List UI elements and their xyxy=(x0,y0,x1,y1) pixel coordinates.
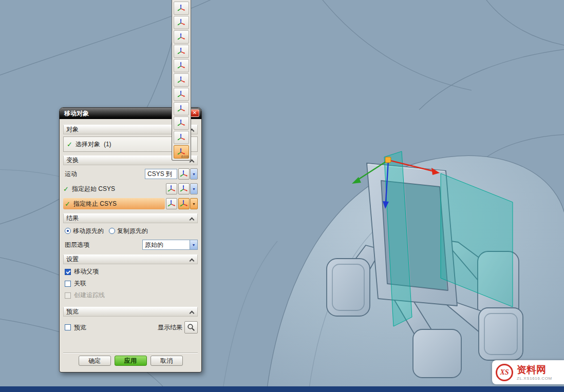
collapse-chevron-icon[interactable] xyxy=(190,217,194,221)
section-title-transform: 变换 xyxy=(66,156,79,165)
layer-option-combo[interactable]: 原始的 ▼ xyxy=(142,240,198,250)
associate-label: 关联 xyxy=(74,279,86,288)
layer-option-value: 原始的 xyxy=(143,240,190,249)
end-csys-dropdown-button[interactable]: ▼ xyxy=(190,198,198,209)
application-window: (0,0,0) 移动对象 ✕ 对象 ✓ 选择对象 (1) 变换 运动 xyxy=(0,0,564,392)
toolbar-csys-dialog-icon[interactable]: (0,0,0) xyxy=(174,145,189,159)
copy-original-radio[interactable] xyxy=(109,228,115,234)
collapse-chevron-icon[interactable] xyxy=(190,258,194,262)
result-radio-row: 移动原先的 复制原先的 xyxy=(63,226,198,236)
section-title-object: 对象 xyxy=(66,125,79,134)
end-csys-row: ✓ 指定终止 CSYS ▼ xyxy=(63,198,198,210)
bottom-status-bar xyxy=(0,386,564,392)
move-parent-label: 移动父项 xyxy=(74,267,99,276)
associate-row: 关联 xyxy=(63,278,198,289)
end-csys-label: 指定终止 CSYS xyxy=(73,200,117,208)
chevron-down-icon: ▼ xyxy=(192,202,196,206)
check-icon: ✓ xyxy=(63,186,69,192)
start-csys-dropdown-button[interactable]: ▼ xyxy=(190,183,198,194)
chevron-down-icon[interactable]: ▼ xyxy=(190,240,197,249)
select-object-label: 选择对象 xyxy=(76,140,100,149)
toolbar-csys-inferred-icon[interactable] xyxy=(174,2,189,15)
select-object-count: (1) xyxy=(104,141,111,148)
start-csys-dialog-button[interactable] xyxy=(166,183,177,194)
end-csys-active-highlight[interactable]: ✓ 指定终止 CSYS xyxy=(63,198,165,209)
toolbar-csys-z-axis-x-point-icon[interactable] xyxy=(174,30,189,44)
watermark-logo: XS xyxy=(496,364,513,381)
toolbar-csys-x-axis-point-icon[interactable] xyxy=(174,45,189,58)
start-csys-label: 指定起始 CSYS xyxy=(72,185,115,193)
section-title-settings: 设置 xyxy=(66,255,79,264)
end-csys-dialog-button[interactable] xyxy=(166,198,177,209)
move-parent-checkbox[interactable] xyxy=(65,269,71,275)
section-header-settings[interactable]: 设置 xyxy=(63,254,198,264)
copy-original-label: 复制原先的 xyxy=(117,227,148,236)
collapse-chevron-icon[interactable] xyxy=(190,310,194,315)
show-result-label: 显示结果 xyxy=(158,323,182,332)
toolbar-csys-z-axis-view-icon[interactable] xyxy=(174,88,189,101)
chevron-down-icon: ▼ xyxy=(192,172,196,176)
section-title-result: 结果 xyxy=(66,214,79,223)
motion-type-value: CSYS 到 xyxy=(145,169,177,179)
motion-label: 运动 xyxy=(63,170,77,179)
apply-button[interactable]: 应用 xyxy=(115,356,147,366)
toolbar-csys-inclined-plane-icon[interactable] xyxy=(174,116,189,130)
check-icon: ✓ xyxy=(65,201,70,207)
layer-option-row: 图层选项 原始的 ▼ xyxy=(63,239,198,251)
check-icon: ✓ xyxy=(67,141,72,148)
preview-label: 预览 xyxy=(74,323,86,332)
toolbar-csys-two-planes-icon[interactable] xyxy=(174,102,189,115)
dialog-title: 移动对象 xyxy=(64,109,89,118)
start-csys-picker-button[interactable] xyxy=(178,183,190,194)
csys-toolbar: (0,0,0) xyxy=(172,0,191,161)
ok-button[interactable]: 确定 xyxy=(79,356,111,366)
cancel-button[interactable]: 取消 xyxy=(151,356,183,366)
preview-checkbox[interactable] xyxy=(65,324,71,330)
section-header-preview[interactable]: 预览 xyxy=(63,307,198,317)
motion-row: 运动 CSYS 到 ▼ xyxy=(63,168,198,180)
move-original-radio[interactable] xyxy=(65,228,71,234)
toolbar-csys-plane-and-axis-icon[interactable] xyxy=(174,59,189,72)
move-parent-row: 移动父项 xyxy=(63,266,198,277)
toolbar-csys-dynamic-icon[interactable] xyxy=(174,73,189,87)
watermark-badge: XS 资料网 ZL.XS1616.COM xyxy=(492,360,564,384)
motion-type-combo[interactable]: CSYS 到 xyxy=(145,169,177,179)
layer-option-label: 图层选项 xyxy=(63,241,89,249)
trace-line-checkbox xyxy=(65,292,71,299)
end-csys-picker-button[interactable] xyxy=(178,198,190,209)
move-original-label: 移动原先的 xyxy=(73,227,104,236)
preview-row: 预览 显示结果 xyxy=(63,320,198,335)
toolbar-csys-absolute-icon[interactable] xyxy=(174,131,189,144)
dialog-footer: 确定 应用 取消 xyxy=(63,352,198,368)
dropdown-glyph: ▼ xyxy=(192,243,196,247)
associate-checkbox[interactable] xyxy=(65,281,71,287)
csys-origin-handle[interactable] xyxy=(385,157,391,163)
watermark-brand: 资料网 xyxy=(517,364,552,376)
start-csys-row: ✓ 指定起始 CSYS ▼ xyxy=(63,183,198,195)
toolbar-csys-origin-x-point-icon[interactable] xyxy=(174,16,189,29)
csys-origin-label: (0,0,0) xyxy=(181,155,189,158)
motion-csys-icon-button[interactable] xyxy=(178,168,190,180)
section-title-preview: 预览 xyxy=(66,307,79,316)
section-header-result[interactable]: 结果 xyxy=(63,213,198,223)
chevron-down-icon: ▼ xyxy=(192,187,196,191)
show-result-button[interactable] xyxy=(184,321,198,334)
close-button[interactable]: ✕ xyxy=(190,109,199,117)
motion-dropdown-button[interactable]: ▼ xyxy=(190,168,198,180)
magnifier-icon xyxy=(187,323,195,331)
trace-line-row: 创建追踪线 xyxy=(63,290,198,301)
trace-line-label: 创建追踪线 xyxy=(74,291,105,300)
watermark-url: ZL.XS1616.COM xyxy=(517,377,552,381)
